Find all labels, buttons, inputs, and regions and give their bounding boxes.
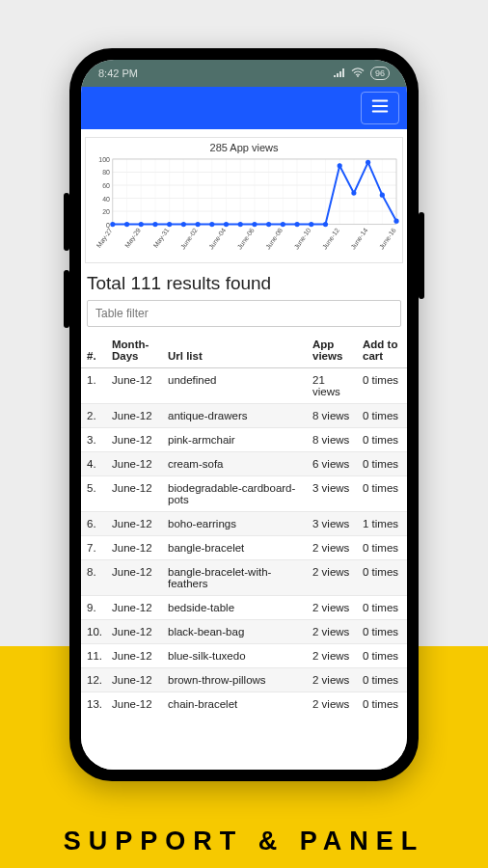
line-chart[interactable]: 020406080100May-27May-29May-31June-02Jun… <box>86 155 402 262</box>
table-row[interactable]: 5.June-12biodegradable-cardboard-pots3 v… <box>81 476 407 512</box>
cell-month: June-12 <box>106 428 162 452</box>
phone-screen: 8:42 PM 96 285 App views 020406 <box>81 60 407 770</box>
wifi-icon <box>351 68 365 79</box>
battery-badge: 96 <box>370 67 390 80</box>
cell-n: 9. <box>81 596 106 620</box>
svg-point-53 <box>209 222 214 227</box>
table-row[interactable]: 7.June-12bangle-bracelet2 views0 times <box>81 536 407 560</box>
svg-point-65 <box>380 193 385 198</box>
cell-month: June-12 <box>106 404 162 428</box>
results-table: #. Month-Days Url list App views Add to … <box>81 333 407 716</box>
cell-month: June-12 <box>106 620 162 644</box>
svg-point-0 <box>357 75 359 77</box>
th-cart[interactable]: Add to cart <box>357 333 407 368</box>
svg-text:June-02: June-02 <box>179 227 199 251</box>
cell-n: 6. <box>81 512 106 536</box>
cell-n: 7. <box>81 536 106 560</box>
phone-frame: 8:42 PM 96 285 App views 020406 <box>69 48 419 781</box>
svg-text:June-14: June-14 <box>349 227 368 251</box>
svg-point-62 <box>338 163 342 168</box>
cell-n: 13. <box>81 692 106 717</box>
th-num[interactable]: #. <box>81 333 106 368</box>
cell-views: 2 views <box>307 596 357 620</box>
status-bar: 8:42 PM 96 <box>81 60 407 87</box>
status-time: 8:42 PM <box>98 68 138 79</box>
cell-cart: 1 times <box>357 512 407 536</box>
cell-cart: 0 times <box>357 536 407 560</box>
cell-url: boho-earrings <box>162 512 307 536</box>
cell-url: biodegradable-cardboard-pots <box>162 476 307 512</box>
cell-n: 8. <box>81 560 106 596</box>
cell-views: 8 views <box>307 428 357 452</box>
results-title: Total 111 results found <box>87 273 401 294</box>
table-row[interactable]: 13.June-12chain-bracelet2 views0 times <box>81 692 407 717</box>
table-row[interactable]: 4.June-12cream-sofa6 views0 times <box>81 452 407 476</box>
svg-text:80: 80 <box>102 169 110 176</box>
svg-text:June-06: June-06 <box>236 227 256 251</box>
table-row[interactable]: 11.June-12blue-silk-tuxedo2 views0 times <box>81 644 407 668</box>
table-row[interactable]: 1.June-12undefined21 views0 times <box>81 368 407 404</box>
cell-n: 1. <box>81 368 106 404</box>
table-filter-input[interactable] <box>87 300 401 327</box>
cell-cart: 0 times <box>357 428 407 452</box>
nav-bar <box>81 87 407 129</box>
cell-views: 2 views <box>307 560 357 596</box>
table-row[interactable]: 9.June-12bedside-table2 views0 times <box>81 596 407 620</box>
table-row[interactable]: 2.June-12antique-drawers8 views0 times <box>81 404 407 428</box>
table-row[interactable]: 8.June-12bangle-bracelet-with-feathers2 … <box>81 560 407 596</box>
filter-wrap <box>87 300 401 327</box>
th-views[interactable]: App views <box>307 333 357 368</box>
cell-month: June-12 <box>106 668 162 692</box>
cell-views: 2 views <box>307 620 357 644</box>
cell-month: June-12 <box>106 692 162 717</box>
hamburger-icon <box>369 95 391 121</box>
content-area: 285 App views 020406080100May-27May-29Ma… <box>81 129 407 770</box>
svg-text:June-08: June-08 <box>264 227 284 251</box>
phone-side-button <box>419 212 424 299</box>
cell-n: 10. <box>81 620 106 644</box>
cell-month: June-12 <box>106 596 162 620</box>
table-row[interactable]: 12.June-12brown-throw-pillows2 views0 ti… <box>81 668 407 692</box>
svg-point-47 <box>124 222 129 227</box>
cell-url: bedside-table <box>162 596 307 620</box>
svg-text:100: 100 <box>98 156 110 163</box>
cell-url: bangle-bracelet-with-feathers <box>162 560 307 596</box>
table-row[interactable]: 10.June-12black-bean-bag2 views0 times <box>81 620 407 644</box>
cell-month: June-12 <box>106 536 162 560</box>
cell-cart: 0 times <box>357 560 407 596</box>
svg-text:June-12: June-12 <box>321 227 340 251</box>
svg-point-46 <box>110 222 115 227</box>
svg-point-49 <box>152 222 157 227</box>
svg-text:20: 20 <box>102 208 110 215</box>
cell-url: brown-throw-pillows <box>162 668 307 692</box>
svg-text:60: 60 <box>102 182 110 189</box>
cell-views: 6 views <box>307 452 357 476</box>
cell-n: 11. <box>81 644 106 668</box>
table-row[interactable]: 6.June-12boho-earrings3 views1 times <box>81 512 407 536</box>
svg-point-63 <box>351 191 356 196</box>
cell-month: June-12 <box>106 476 162 512</box>
cell-url: blue-silk-tuxedo <box>162 644 307 668</box>
svg-text:May-29: May-29 <box>123 227 143 250</box>
svg-point-51 <box>181 222 186 227</box>
cell-n: 2. <box>81 404 106 428</box>
cell-url: pink-armchair <box>162 428 307 452</box>
cell-views: 2 views <box>307 692 357 717</box>
chart-title: 285 App views <box>86 142 402 153</box>
cell-views: 2 views <box>307 536 357 560</box>
cell-n: 12. <box>81 668 106 692</box>
menu-button[interactable] <box>361 92 399 124</box>
th-url[interactable]: Url list <box>162 333 307 368</box>
cell-url: black-bean-bag <box>162 620 307 644</box>
table-row[interactable]: 3.June-12pink-armchair8 views0 times <box>81 428 407 452</box>
cell-cart: 0 times <box>357 620 407 644</box>
cell-n: 5. <box>81 476 106 512</box>
svg-point-58 <box>281 222 285 227</box>
svg-text:May-27: May-27 <box>95 227 115 250</box>
status-right: 96 <box>334 67 390 80</box>
svg-point-66 <box>393 219 398 224</box>
cell-month: June-12 <box>106 560 162 596</box>
cell-views: 2 views <box>307 644 357 668</box>
th-month[interactable]: Month-Days <box>106 333 162 368</box>
svg-point-55 <box>238 222 243 227</box>
